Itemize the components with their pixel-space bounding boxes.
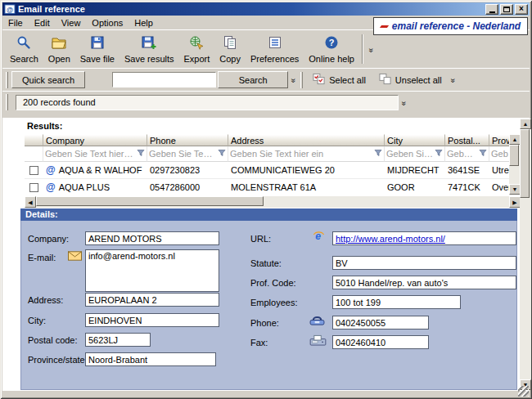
filter-cell-company[interactable]: Geben Sie Text hier ein xyxy=(43,146,147,162)
email-field[interactable]: info@arend-motors.nl xyxy=(85,249,219,292)
toolbar-copy-button[interactable]: Copy xyxy=(214,32,246,67)
scrollbar-thumb[interactable] xyxy=(520,129,530,198)
select-all-button[interactable]: Select all xyxy=(306,71,372,89)
scrollbar-thumb[interactable] xyxy=(509,145,519,166)
table-row[interactable]: @AQUA PLUS 0547286000 MOLENSTRAAT 61A GO… xyxy=(25,179,521,195)
toolbar-grip[interactable] xyxy=(300,72,303,88)
province-label: Province/state: xyxy=(28,355,88,365)
maximize-button[interactable] xyxy=(500,4,513,15)
main-toolbar: Search Open Save file Save results Expor… xyxy=(2,29,530,68)
employees-field[interactable] xyxy=(332,295,461,309)
search-button[interactable]: Search xyxy=(218,71,288,88)
cell-city: GOOR xyxy=(385,179,445,195)
status-overflow-button[interactable]: » xyxy=(399,95,410,110)
filter-placeholder: Geben Sie Text hier ein xyxy=(149,149,216,159)
statute-field[interactable] xyxy=(332,256,516,270)
filter-funnel-icon[interactable] xyxy=(218,149,226,159)
scroll-up-button[interactable]: ▲ xyxy=(520,119,531,129)
toolbar-search-button[interactable]: Search xyxy=(5,32,43,67)
save-file-icon xyxy=(89,34,106,52)
scrollbar-thumb[interactable] xyxy=(36,196,264,206)
postal-code-field[interactable] xyxy=(85,333,151,347)
scroll-up-button[interactable]: ▲ xyxy=(509,134,521,145)
table-row[interactable]: @AQUA & R WALHOF 0297230823 COMMUNICATIE… xyxy=(25,162,521,179)
quick-search-button[interactable]: Quick search xyxy=(11,71,85,88)
prof-code-field[interactable] xyxy=(332,276,516,289)
quick-search-toolbar: Quick search Search » Select all Unselec… xyxy=(2,68,530,91)
close-icon: × xyxy=(519,5,524,13)
menu-view[interactable]: View xyxy=(56,17,87,29)
envelope-icon[interactable] xyxy=(68,251,82,261)
filter-funnel-icon[interactable] xyxy=(374,149,382,159)
cell-postal: 7471CK xyxy=(445,179,489,195)
row-select-checkbox[interactable] xyxy=(29,183,38,192)
cell-city: MIJDRECHT xyxy=(385,162,445,179)
internet-explorer-icon[interactable]: e xyxy=(312,230,326,242)
column-header-select[interactable] xyxy=(25,134,43,146)
filter-cell-city[interactable]: Geben Sie Text hier ein xyxy=(385,146,445,162)
resize-grip[interactable] xyxy=(518,386,529,397)
company-field[interactable] xyxy=(85,231,219,245)
minimize-button[interactable] xyxy=(485,4,498,15)
scrollbar-track[interactable] xyxy=(520,129,531,379)
employees-label: Employees: xyxy=(250,298,297,307)
toolbar-preferences-button[interactable]: Preferences xyxy=(246,32,304,67)
filter-cell-select xyxy=(25,146,43,162)
toolbar-save-results-button[interactable]: Save results xyxy=(119,32,179,67)
menu-help[interactable]: Help xyxy=(128,17,159,29)
menu-edit[interactable]: Edit xyxy=(29,17,56,29)
toolbar-grip[interactable] xyxy=(6,72,8,88)
online-help-icon: ? xyxy=(323,34,340,52)
address-field[interactable] xyxy=(85,293,219,307)
open-folder-icon xyxy=(51,34,67,52)
menu-file[interactable]: File xyxy=(2,17,29,29)
selection-overflow-button[interactable]: » xyxy=(449,71,459,89)
filter-cell-postal[interactable]: Geben Sie Text hier ein xyxy=(445,146,489,162)
row-select-checkbox[interactable] xyxy=(29,166,38,175)
column-header-city[interactable]: City xyxy=(385,134,445,146)
toolbar-export-button[interactable]: Export xyxy=(179,32,215,67)
toolbar-overflow-button[interactable]: » xyxy=(366,33,376,65)
filter-placeholder: Geben Sie Text hier ein xyxy=(45,149,135,159)
scrollbar-track[interactable] xyxy=(509,145,521,184)
cell-company: @AQUA & R WALHOF xyxy=(43,162,147,179)
city-field[interactable] xyxy=(85,313,219,327)
filter-cell-phone[interactable]: Geben Sie Text hier ein xyxy=(147,146,228,162)
search-overflow-button[interactable]: » xyxy=(288,71,299,89)
url-link[interactable]: http://www.arend-motors.nl/ xyxy=(336,234,445,244)
scroll-left-button[interactable]: ◀ xyxy=(25,196,36,208)
scroll-down-button[interactable]: ▼ xyxy=(509,184,521,195)
menu-options[interactable]: Options xyxy=(86,17,128,29)
cell-company: @AQUA PLUS xyxy=(43,179,147,195)
filter-funnel-icon[interactable] xyxy=(137,149,145,159)
app-window: @ Email reference × File Edit View Optio… xyxy=(0,0,532,399)
province-field[interactable] xyxy=(85,352,216,366)
scrollbar-track[interactable] xyxy=(36,196,509,208)
column-header-address[interactable]: Address xyxy=(228,134,385,146)
column-header-postal[interactable]: Postal... xyxy=(445,134,489,146)
quick-search-input[interactable] xyxy=(112,72,216,87)
results-grid: Company Phone Address City Postal... Pro… xyxy=(25,134,521,195)
column-header-company[interactable]: Company xyxy=(43,134,147,146)
filter-funnel-icon[interactable] xyxy=(479,149,487,159)
toolbar-online-help-button[interactable]: ? Online help xyxy=(304,32,359,67)
close-button[interactable]: × xyxy=(515,4,528,15)
copy-icon xyxy=(222,34,238,52)
window-title: Email reference xyxy=(18,4,85,14)
unselect-all-button[interactable]: Unselect all xyxy=(372,71,449,89)
phone-field[interactable] xyxy=(332,316,429,330)
scroll-right-button[interactable]: ▶ xyxy=(509,196,521,208)
filter-cell-address[interactable]: Geben Sie Text hier ein xyxy=(228,146,385,162)
preferences-icon xyxy=(267,34,283,52)
url-field: http://www.arend-motors.nl/ xyxy=(332,231,516,245)
toolbar-grip[interactable] xyxy=(6,94,8,110)
fax-field[interactable] xyxy=(332,335,429,349)
filter-funnel-icon[interactable] xyxy=(435,149,443,159)
chevron-down-icon: » xyxy=(400,101,409,104)
toolbar-open-button[interactable]: Open xyxy=(43,32,75,67)
record-icon: @ xyxy=(46,164,56,176)
cell-address: MOLENSTRAAT 61A xyxy=(228,179,385,195)
column-header-phone[interactable]: Phone xyxy=(147,134,228,146)
cell-postal: 3641SE xyxy=(445,162,489,179)
toolbar-save-file-button[interactable]: Save file xyxy=(75,32,119,67)
